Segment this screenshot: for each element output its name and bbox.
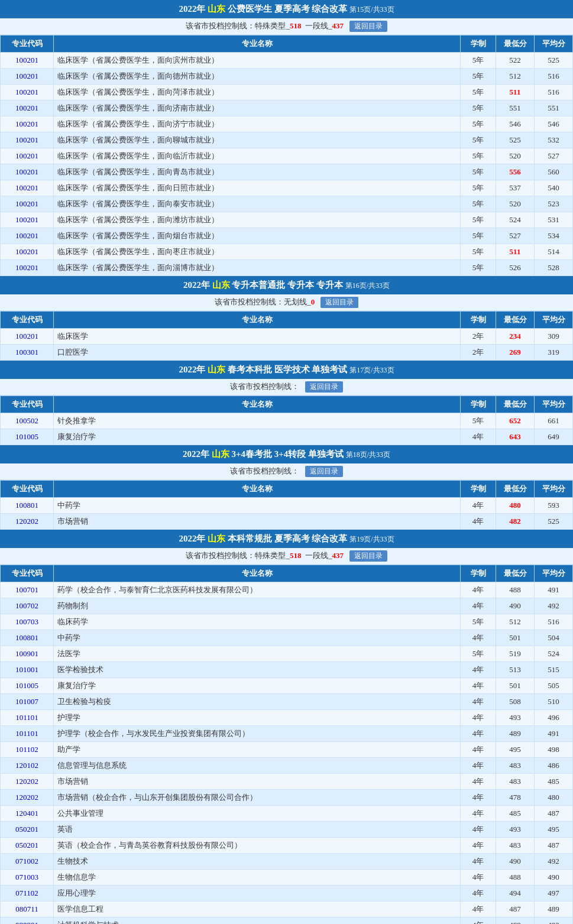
cell-name: 计算机科学与技术 <box>54 917 461 925</box>
cell-avg-score: 546 <box>535 116 573 132</box>
cell-year: 4年 <box>461 630 496 646</box>
cell-name: 临床医学（省属公费医学生，面向菏泽市就业） <box>54 85 461 100</box>
cell-avg-score: 505 <box>535 678 573 694</box>
section-15-province: 山东 <box>208 4 225 14</box>
table-row: 071003生物信息学4年488490 <box>1 870 573 886</box>
col-header-avg: 平均分 <box>535 481 573 498</box>
cell-min-score: 490 <box>496 598 535 614</box>
cell-min-score: 495 <box>496 742 535 758</box>
cell-min-score: 493 <box>496 822 535 838</box>
cell-name: 药学（校企合作，与泰智育仁北京医药科技发展有限公司） <box>54 582 461 598</box>
cell-code: 100301 <box>1 345 54 361</box>
section-15-back-button[interactable]: 返回目录 <box>349 21 387 32</box>
cell-min-score: 556 <box>496 164 535 180</box>
section-19-back-button[interactable]: 返回目录 <box>349 550 387 562</box>
cell-name: 英语（校企合作，与青岛英谷教育科技股份有限公司） <box>54 838 461 854</box>
cell-code: 100201 <box>1 228 54 244</box>
cell-min-score: 483 <box>496 774 535 790</box>
cell-year: 5年 <box>461 614 496 630</box>
cell-year: 5年 <box>461 212 496 228</box>
cell-avg-score: 516 <box>535 69 573 85</box>
cell-code: 100901 <box>1 646 54 662</box>
cell-avg-score: 525 <box>535 53 573 69</box>
cell-min-score: 652 <box>496 413 535 429</box>
cell-year: 5年 <box>461 85 496 100</box>
cell-min-score: 546 <box>496 116 535 132</box>
table-row: 071102应用心理学4年494497 <box>1 886 573 902</box>
cell-avg-score: 514 <box>535 244 573 260</box>
cell-avg-score: 498 <box>535 742 573 758</box>
cell-year: 4年 <box>461 917 496 925</box>
cell-year: 4年 <box>461 582 496 598</box>
cell-min-score: 520 <box>496 148 535 164</box>
section-15: 2022年 山东 公费医学生 夏季高考 综合改革 第15页/共33页 该省市投档… <box>0 0 573 276</box>
section-19-table: 专业代码 专业名称 学制 最低分 平均分 100701药学（校企合作，与泰智育仁… <box>0 565 573 924</box>
cell-avg-score: 309 <box>535 329 573 345</box>
cell-avg-score: 485 <box>535 774 573 790</box>
table-row: 100201临床医学（省属公费医学生，面向济南市就业）5年551551 <box>1 100 573 116</box>
cell-avg-score: 528 <box>535 260 573 276</box>
table-row: 100201临床医学（省属公费医学生，面向济宁市就业）5年546546 <box>1 116 573 132</box>
cell-avg-score: 531 <box>535 212 573 228</box>
col-header-year: 学制 <box>461 312 496 329</box>
cell-min-score: 643 <box>496 429 535 445</box>
cell-code: 100201 <box>1 132 54 148</box>
section-18-province: 山东 <box>212 449 229 459</box>
table-row: 050201英语4年493495 <box>1 822 573 838</box>
cell-year: 4年 <box>461 806 496 822</box>
section-18-back-button[interactable]: 返回目录 <box>305 466 343 477</box>
cell-year: 4年 <box>461 694 496 710</box>
cell-code: 100701 <box>1 582 54 598</box>
cell-avg-score: 487 <box>535 806 573 822</box>
cell-min-score: 488 <box>496 870 535 886</box>
table-row: 101101护理学4年493496 <box>1 710 573 726</box>
cell-name: 针灸推拿学 <box>54 413 461 429</box>
section-17-province: 山东 <box>208 365 225 374</box>
table-row: 120202市场营销（校企合作，与山东开创集团股份有限公司合作）4年478480 <box>1 790 573 806</box>
section-15-control: 该省市投档控制线：特殊类型_518 一段线_437 返回目录 <box>0 18 573 35</box>
cell-avg-score: 551 <box>535 100 573 116</box>
cell-min-score: 482 <box>496 514 535 530</box>
section-19-pageinfo: 第19页/共33页 <box>349 535 394 543</box>
section-16-header: 2022年 山东 专升本普通批 专升本 专升本 第16页/共33页 <box>0 276 573 294</box>
cell-name: 临床医学 <box>54 329 461 345</box>
cell-code: 050201 <box>1 838 54 854</box>
section-18-control: 该省市投档控制线： 返回目录 <box>0 463 573 480</box>
table-row: 100201临床医学（省属公费医学生，面向聊城市就业）5年525532 <box>1 132 573 148</box>
cell-code: 101101 <box>1 710 54 726</box>
cell-avg-score: 524 <box>535 646 573 662</box>
table-row: 100201临床医学（省属公费医学生，面向烟台市就业）5年527534 <box>1 228 573 244</box>
cell-avg-score: 492 <box>535 917 573 925</box>
section-17-pageinfo: 第17页/共33页 <box>349 366 394 374</box>
cell-code: 101005 <box>1 678 54 694</box>
cell-name: 临床医学（省属公费医学生，面向济南市就业） <box>54 100 461 116</box>
cell-code: 101007 <box>1 694 54 710</box>
section-15-pageinfo: 第15页/共33页 <box>349 5 394 14</box>
table-row: 101102助产学4年495498 <box>1 742 573 758</box>
cell-min-score: 520 <box>496 196 535 212</box>
cell-name: 临床医学（省属公费医学生，面向济宁市就业） <box>54 116 461 132</box>
section-16-back-button[interactable]: 返回目录 <box>321 297 358 308</box>
col-header-code: 专业代码 <box>1 396 54 413</box>
table-row: 100201临床医学（省属公费医学生，面向潍坊市就业）5年524531 <box>1 212 573 228</box>
cell-name: 临床医学（省属公费医学生，面向日照市就业） <box>54 180 461 196</box>
cell-year: 2年 <box>461 329 496 345</box>
cell-code: 100201 <box>1 116 54 132</box>
cell-name: 公共事业管理 <box>54 806 461 822</box>
cell-code: 100201 <box>1 148 54 164</box>
cell-avg-score: 504 <box>535 630 573 646</box>
cell-min-score: 487 <box>496 902 535 917</box>
col-header-code: 专业代码 <box>1 565 54 582</box>
section-19-province: 山东 <box>208 534 225 543</box>
cell-code: 100201 <box>1 164 54 180</box>
cell-name: 信息管理与信息系统 <box>54 758 461 774</box>
col-header-code: 专业代码 <box>1 312 54 329</box>
cell-avg-score: 492 <box>535 854 573 870</box>
cell-name: 护理学（校企合作，与水发民生产业投资集团有限公司） <box>54 726 461 742</box>
cell-code: 100201 <box>1 53 54 69</box>
section-17-back-button[interactable]: 返回目录 <box>305 381 343 393</box>
section-18-pageinfo: 第18页/共33页 <box>346 450 390 459</box>
cell-avg-score: 525 <box>535 514 573 530</box>
cell-min-score: 527 <box>496 228 535 244</box>
table-row: 101001医学检验技术4年513515 <box>1 662 573 678</box>
